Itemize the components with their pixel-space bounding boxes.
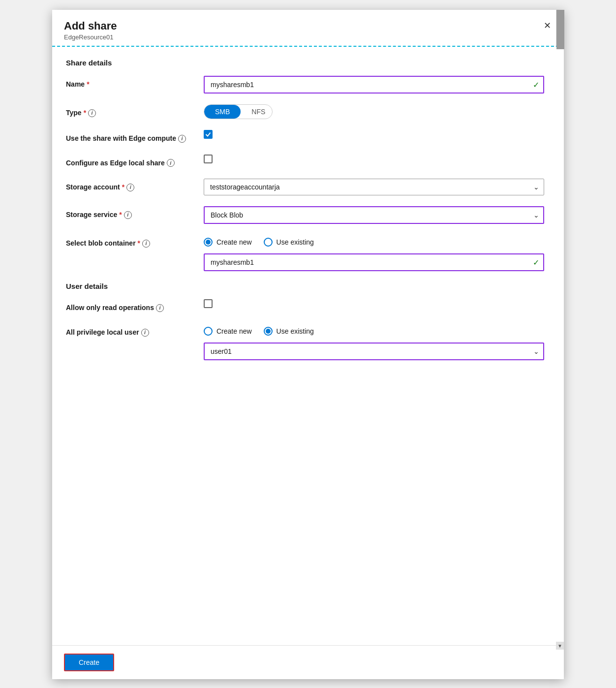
local-user-create-new-option[interactable]: Create new xyxy=(204,327,252,336)
blob-create-new-option[interactable]: Create new xyxy=(204,238,252,247)
dialog-body: Share details Name * ✓ Type * i xyxy=(52,47,564,645)
edge-local-info-icon[interactable]: i xyxy=(167,159,175,167)
nfs-toggle-button[interactable]: NFS xyxy=(241,105,273,119)
edge-compute-label: Use the share with Edge compute i xyxy=(66,130,204,144)
local-user-radio-group: Create new Use existing xyxy=(204,324,544,336)
blob-use-existing-option[interactable]: Use existing xyxy=(264,238,314,247)
local-user-use-existing-radio[interactable] xyxy=(264,327,273,336)
share-details-section-title: Share details xyxy=(66,59,544,67)
local-user-use-existing-label: Use existing xyxy=(277,327,314,335)
type-info-icon[interactable]: i xyxy=(88,109,96,117)
local-user-select[interactable]: user01 xyxy=(204,343,544,360)
local-user-row: All privilege local user i Create new Us… xyxy=(66,324,544,360)
storage-account-select-wrapper: teststorageaccountarja ⌄ xyxy=(204,179,544,195)
name-row: Name * ✓ xyxy=(66,76,544,94)
type-row: Type * i SMB NFS xyxy=(66,104,544,119)
storage-account-row: Storage account * i teststorageaccountar… xyxy=(66,179,544,195)
type-toggle-group: SMB NFS xyxy=(204,104,273,119)
read-operations-info-icon[interactable]: i xyxy=(156,304,164,312)
blob-container-input[interactable] xyxy=(204,253,544,271)
blob-container-row: Select blob container * i Create new Use… xyxy=(66,235,544,271)
local-user-create-new-label: Create new xyxy=(216,327,252,335)
read-operations-control xyxy=(204,299,544,308)
read-operations-checkbox[interactable] xyxy=(204,299,213,308)
type-toggle-control: SMB NFS xyxy=(204,104,544,119)
storage-account-required-star: * xyxy=(122,183,124,192)
local-user-control: Create new Use existing user01 ⌄ xyxy=(204,324,544,360)
blob-container-info-icon[interactable]: i xyxy=(142,240,150,248)
local-user-label: All privilege local user i xyxy=(66,324,204,338)
storage-service-info-icon[interactable]: i xyxy=(124,211,132,219)
blob-use-existing-radio[interactable] xyxy=(264,238,273,247)
edge-local-row: Configure as Edge local share i xyxy=(66,155,544,168)
local-user-select-wrapper: user01 ⌄ xyxy=(204,343,544,360)
blob-container-required-star: * xyxy=(138,239,140,249)
edge-local-control xyxy=(204,155,544,163)
edge-local-checkbox-wrapper xyxy=(204,155,544,163)
dialog-header: Add share EdgeResource01 ✕ ▲ xyxy=(52,10,564,47)
local-user-select-outer: user01 ⌄ xyxy=(204,343,544,360)
storage-service-label: Storage service * i xyxy=(66,206,204,220)
local-user-info-icon[interactable]: i xyxy=(141,329,149,337)
blob-container-input-wrapper-outer: ✓ xyxy=(204,253,544,271)
storage-account-control: teststorageaccountarja ⌄ xyxy=(204,179,544,195)
type-required-star: * xyxy=(84,108,86,118)
blob-create-new-label: Create new xyxy=(216,238,252,246)
scrollbar-thumb[interactable] xyxy=(556,10,564,49)
name-label: Name * xyxy=(66,76,204,90)
edge-compute-control xyxy=(204,130,544,139)
edge-compute-check-icon xyxy=(205,131,211,137)
storage-service-control: Block Blob ⌄ xyxy=(204,206,544,224)
name-control: ✓ xyxy=(204,76,544,94)
blob-container-check-icon: ✓ xyxy=(533,258,539,267)
edge-local-label: Configure as Edge local share i xyxy=(66,155,204,168)
blob-container-label: Select blob container * i xyxy=(66,235,204,249)
edge-compute-checkbox-wrapper xyxy=(204,130,544,139)
storage-account-select[interactable]: teststorageaccountarja xyxy=(204,179,544,195)
read-operations-checkbox-wrapper xyxy=(204,299,544,308)
dialog-subtitle: EdgeResource01 xyxy=(64,33,552,41)
type-label: Type * i xyxy=(66,104,204,118)
name-input-wrapper: ✓ xyxy=(204,76,544,94)
local-user-create-new-radio[interactable] xyxy=(204,327,213,336)
read-operations-row: Allow only read operations i xyxy=(66,299,544,313)
create-button[interactable]: Create xyxy=(64,654,114,671)
scrollbar-track[interactable]: ▲ xyxy=(556,10,564,46)
close-button[interactable]: ✕ xyxy=(540,19,554,32)
blob-create-new-radio[interactable] xyxy=(204,238,213,247)
dialog-footer: Create xyxy=(52,645,564,679)
storage-account-label: Storage account * i xyxy=(66,179,204,192)
storage-service-select-wrapper: Block Blob ⌄ xyxy=(204,206,544,224)
blob-use-existing-label: Use existing xyxy=(277,238,314,246)
user-details-section-title: User details xyxy=(66,282,544,290)
storage-service-select[interactable]: Block Blob xyxy=(204,206,544,224)
blob-container-control: Create new Use existing ✓ xyxy=(204,235,544,271)
blob-container-radio-group: Create new Use existing xyxy=(204,235,544,247)
smb-toggle-button[interactable]: SMB xyxy=(204,105,241,119)
name-check-icon: ✓ xyxy=(533,80,539,90)
dialog-title: Add share xyxy=(64,20,552,32)
edge-local-checkbox[interactable] xyxy=(204,155,213,163)
local-user-use-existing-option[interactable]: Use existing xyxy=(264,327,314,336)
blob-container-input-wrapper: ✓ xyxy=(204,253,544,271)
storage-account-info-icon[interactable]: i xyxy=(126,184,134,191)
storage-service-required-star: * xyxy=(119,210,122,220)
name-required-star: * xyxy=(87,80,89,90)
edge-compute-checkbox[interactable] xyxy=(204,130,213,139)
storage-service-row: Storage service * i Block Blob ⌄ xyxy=(66,206,544,224)
edge-compute-info-icon[interactable]: i xyxy=(178,135,186,143)
scrollbar-down-arrow[interactable]: ▼ xyxy=(556,642,564,645)
add-share-dialog: Add share EdgeResource01 ✕ ▲ Share detai… xyxy=(52,10,564,679)
close-icon: ✕ xyxy=(544,20,551,31)
edge-compute-row: Use the share with Edge compute i xyxy=(66,130,544,144)
read-operations-label: Allow only read operations i xyxy=(66,299,204,313)
name-input[interactable] xyxy=(204,76,544,94)
